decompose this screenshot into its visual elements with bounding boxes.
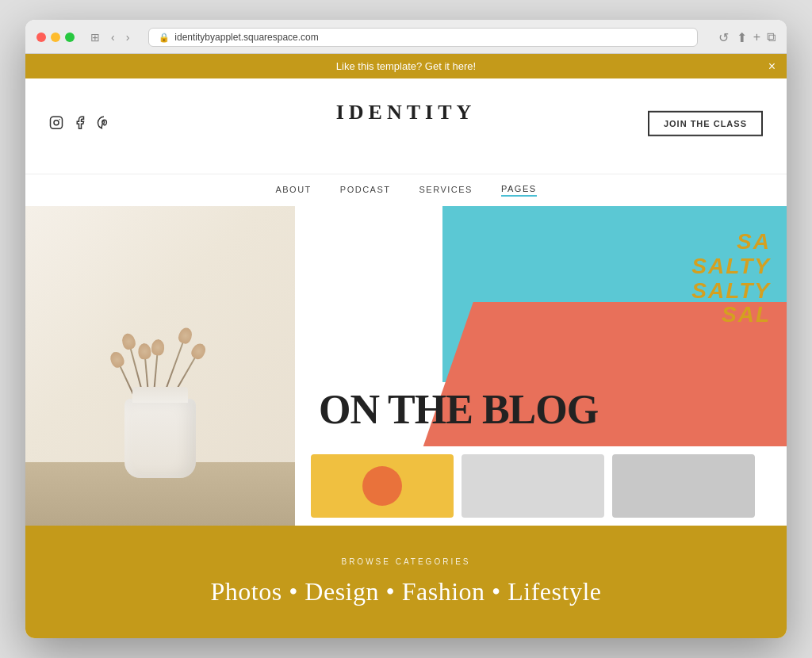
address-bar[interactable]: 🔒 identitybyapplet.squarespace.com xyxy=(148,28,697,47)
lock-icon: 🔒 xyxy=(159,33,170,43)
svg-rect-0 xyxy=(51,117,63,128)
browse-section: BROWSE CATEGORIES Photos • Design • Fash… xyxy=(25,526,787,638)
back-button[interactable]: ‹ xyxy=(108,29,118,45)
nav-podcast[interactable]: PODCAST xyxy=(340,185,391,196)
svg-point-2 xyxy=(59,119,60,121)
social-icons xyxy=(49,116,111,133)
cards-preview xyxy=(295,446,787,526)
salty-overlay-text: SASALTYSALTYSAL xyxy=(691,230,771,327)
banner-text: Like this template? Get it here! xyxy=(336,60,476,72)
card-thumbnail-3[interactable] xyxy=(612,454,755,518)
banner-close-button[interactable]: × xyxy=(768,60,776,73)
browse-label: BROWSE CATEGORIES xyxy=(49,557,763,566)
url-text: identitybyapplet.squarespace.com xyxy=(174,32,318,43)
instagram-icon[interactable] xyxy=(49,116,63,133)
nav-services[interactable]: SERVICES xyxy=(419,185,473,196)
vase-container xyxy=(25,206,295,526)
hero-right: SASALTYSALTYSAL ON THE BLOG xyxy=(295,206,787,526)
flower-head-6 xyxy=(137,343,151,360)
site-header: IDENTITY JOIN THE CLASS xyxy=(25,78,787,174)
floral-background xyxy=(25,206,295,526)
facebook-icon[interactable] xyxy=(73,116,87,133)
browser-controls: ⊞ ‹ › xyxy=(87,29,132,45)
traffic-lights xyxy=(36,33,75,42)
svg-point-1 xyxy=(54,121,59,125)
site-nav: ABOUT PODCAST SERVICES PAGES xyxy=(25,174,787,206)
duplicate-icon[interactable]: ⧉ xyxy=(767,30,776,45)
browser-window: ⊞ ‹ › 🔒 identitybyapplet.squarespace.com… xyxy=(25,20,787,638)
reload-button[interactable]: ↺ xyxy=(718,30,729,45)
browse-categories: Photos • Design • Fashion • Lifestyle xyxy=(49,577,763,606)
forward-button[interactable]: › xyxy=(123,29,133,45)
site-logo: IDENTITY xyxy=(336,101,477,124)
window-layout-button[interactable]: ⊞ xyxy=(87,29,103,45)
card-thumbnail-1[interactable] xyxy=(311,454,454,518)
flower-head-3 xyxy=(177,326,194,345)
hero-left-image xyxy=(25,206,295,526)
minimize-button[interactable] xyxy=(51,33,60,42)
website: Like this template? Get it here! × xyxy=(25,54,787,638)
maximize-button[interactable] xyxy=(65,33,75,42)
blog-title: ON THE BLOG xyxy=(319,389,598,430)
card-thumbnail-2[interactable] xyxy=(462,454,604,518)
nav-about[interactable]: ABOUT xyxy=(275,185,311,196)
vase xyxy=(124,399,196,478)
share-icon[interactable]: ⬆ xyxy=(737,30,747,45)
new-tab-icon[interactable]: + xyxy=(753,30,760,45)
hero-section: SASALTYSALTYSAL ON THE BLOG xyxy=(25,206,787,526)
join-button[interactable]: JOIN THE CLASS xyxy=(648,111,763,136)
close-button[interactable] xyxy=(36,33,46,42)
top-banner: Like this template? Get it here! × xyxy=(25,54,787,78)
browser-actions: ⬆ + ⧉ xyxy=(737,30,776,45)
flower-head-4 xyxy=(108,350,126,369)
flower-head-1 xyxy=(121,332,137,350)
flower-head-2 xyxy=(151,339,165,356)
pinterest-icon[interactable] xyxy=(97,116,111,133)
browser-chrome: ⊞ ‹ › 🔒 identitybyapplet.squarespace.com… xyxy=(25,20,787,54)
flower-head-5 xyxy=(190,341,209,361)
nav-pages[interactable]: PAGES xyxy=(501,184,537,197)
